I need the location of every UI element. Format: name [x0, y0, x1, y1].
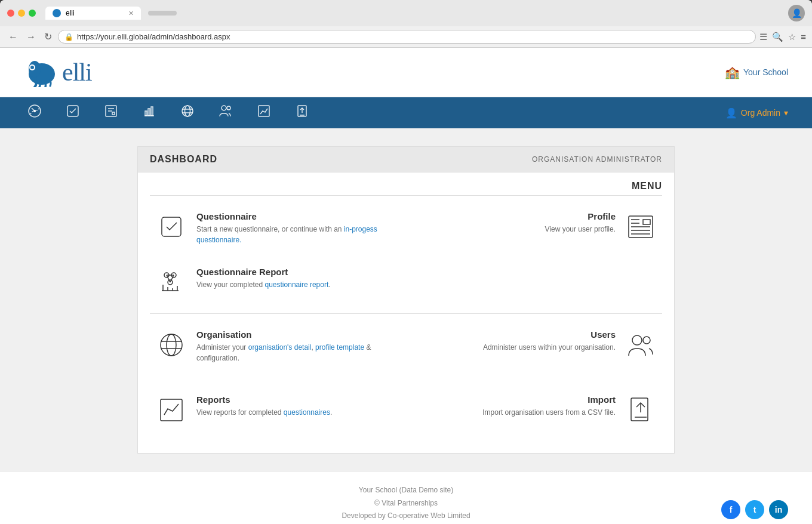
svg-rect-14 [151, 107, 153, 116]
reports-content: Reports View reports for completed quest… [196, 394, 332, 418]
organisation-icon [156, 329, 187, 360]
svg-rect-12 [145, 111, 147, 116]
reports-link[interactable]: questionnaires [284, 408, 330, 417]
reports-icon [156, 394, 187, 426]
menu-section-4: Reports View reports for completed quest… [150, 379, 662, 441]
inactive-tab[interactable] [148, 11, 177, 16]
footer-line2: © Vital Partnerships [279, 497, 534, 510]
users-menu-item[interactable]: Users Administer users within your organ… [406, 323, 662, 369]
chrome-user-icon[interactable]: 👤 [788, 5, 805, 21]
admin-user-icon: 👤 [725, 107, 737, 119]
globe-nav-icon[interactable] [177, 100, 198, 125]
svg-point-20 [227, 106, 230, 110]
forward-button[interactable]: → [24, 30, 38, 44]
questionnaire-report-title: Questionnaire Report [196, 267, 331, 277]
traffic-lights [7, 10, 36, 17]
nav-items [24, 100, 313, 125]
svg-rect-13 [148, 109, 150, 116]
svg-point-47 [632, 335, 642, 345]
chrome-user-avatar: 👤 [792, 8, 802, 18]
menu-section-3: Organisation Administer your organisatio… [150, 314, 662, 379]
svg-point-15 [182, 106, 193, 116]
maximize-button[interactable] [29, 10, 36, 17]
reports-menu-item[interactable]: Reports View reports for completed quest… [150, 389, 406, 431]
users-content: Users Administer users within your organ… [483, 329, 616, 353]
questionnaire-report-menu-item[interactable]: Questionnaire Report View your completed… [150, 261, 406, 304]
trends-nav-icon[interactable] [253, 100, 275, 125]
footer-line1: Your School (Data Demo site) [279, 484, 534, 497]
social-icons: f t in [533, 500, 788, 519]
questionnaire-report-link[interactable]: questionnaire report [265, 281, 329, 289]
url-text: https://your.elli.global/admin/dashboard… [77, 32, 230, 41]
svg-rect-49 [161, 399, 182, 421]
star-icon[interactable]: ☆ [788, 32, 796, 42]
organisation-desc: Administer your organisation's detail, p… [196, 342, 394, 363]
dashboard-nav-icon[interactable] [24, 100, 45, 125]
questionnaire-nav-icon[interactable] [62, 100, 84, 125]
svg-rect-10 [112, 112, 115, 115]
organisation-content: Organisation Administer your organisatio… [196, 329, 394, 363]
empty-right-2 [406, 261, 662, 304]
app-window: elli 🏫 Your School [0, 48, 812, 524]
admin-menu[interactable]: 👤 Org Admin ▾ [725, 107, 788, 119]
profile-content: Profile View your user profile. [545, 211, 616, 235]
ssl-lock-icon: 🔒 [64, 33, 73, 41]
questionnaire-icon [156, 211, 187, 242]
reports-desc: View reports for completed questionnaire… [196, 407, 332, 418]
profile-menu-item[interactable]: Profile View your user profile. [406, 205, 662, 251]
close-button[interactable] [7, 10, 14, 17]
stats-nav-icon[interactable] [139, 100, 160, 125]
users-icon [625, 329, 656, 360]
logo-text: elli [62, 58, 92, 87]
app-nav: 👤 Org Admin ▾ [0, 97, 812, 128]
address-bar[interactable]: 🔒 https://your.elli.global/admin/dashboa… [58, 30, 756, 44]
minimize-button[interactable] [18, 10, 25, 17]
dashboard-title: DASHBOARD [150, 154, 217, 165]
questionnaire-report-icon [156, 267, 187, 298]
school-badge-icon: 🏫 [725, 65, 740, 79]
main-content: DASHBOARD ORGANISATION ADMINISTRATOR MEN… [0, 128, 812, 471]
profile-icon [625, 211, 656, 242]
linkedin-icon[interactable]: in [769, 500, 788, 519]
organisation-title: Organisation [196, 329, 394, 340]
app-footer: Your School (Data Demo site) © Vital Par… [0, 471, 812, 524]
tab-favicon [53, 9, 61, 17]
menu-section-2: Questionnaire Report View your completed… [150, 261, 662, 313]
users-nav-icon[interactable] [215, 100, 236, 125]
users-desc: Administer users within your organisatio… [483, 342, 616, 353]
questionnaire-desc: Start a new questionnaire, or continue w… [196, 224, 394, 245]
menu-icon[interactable]: ≡ [801, 32, 806, 42]
back-button[interactable]: ← [6, 30, 20, 44]
app-header: elli 🏫 Your School [0, 48, 812, 97]
svg-point-16 [185, 106, 190, 116]
svg-point-3 [30, 66, 34, 69]
logo-elephant-icon [24, 57, 60, 87]
dashboard-header: DASHBOARD ORGANISATION ADMINISTRATOR [138, 147, 674, 172]
browser-toolbar: ← → ↻ 🔒 https://your.elli.global/admin/d… [0, 26, 812, 48]
organisation-detail-link[interactable]: organisation's detail [248, 343, 312, 352]
import-menu-item[interactable]: Import Import organisation users from a … [406, 389, 662, 431]
questionnaire-menu-item[interactable]: Questionnaire Start a new questionnaire,… [150, 205, 406, 251]
organisation-menu-item[interactable]: Organisation Administer your organisatio… [150, 323, 406, 369]
facebook-icon[interactable]: f [721, 500, 740, 519]
upload-nav-icon[interactable] [291, 100, 313, 125]
profile-desc: View your user profile. [545, 224, 616, 235]
logo-container: elli [24, 57, 92, 87]
refresh-button[interactable]: ↻ [42, 30, 54, 44]
search-icon[interactable]: 🔍 [772, 32, 783, 42]
bookmark-list-icon[interactable]: ☰ [759, 32, 767, 42]
active-tab[interactable]: elli ✕ [45, 7, 141, 20]
import-content: Import Import organisation users from a … [482, 394, 616, 418]
dashboard-body: Questionnaire Start a new questionnaire,… [138, 195, 674, 453]
toolbar-icons: ☰ 🔍 ☆ ≡ [759, 32, 806, 42]
import-icon [625, 394, 656, 426]
svg-rect-21 [259, 106, 269, 116]
menu-section-1: Questionnaire Start a new questionnaire,… [150, 196, 662, 261]
twitter-icon[interactable]: t [745, 500, 764, 519]
questionnaire-link[interactable]: in-progess questionnaire. [196, 225, 377, 244]
tab-close-button[interactable]: ✕ [128, 10, 134, 17]
profile-template-link[interactable]: profile template [315, 343, 364, 352]
report-nav-icon[interactable] [100, 100, 122, 125]
menu-label: MENU [138, 172, 674, 195]
footer-line3: Developed by Co-operative Web Limited [279, 510, 534, 523]
